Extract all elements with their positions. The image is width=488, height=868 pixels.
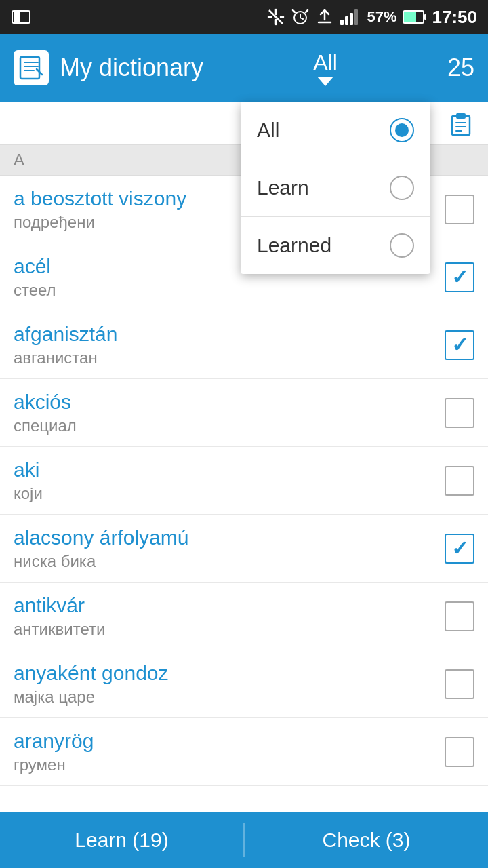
radio-circle: [390, 233, 414, 258]
dropdown-item-all[interactable]: All: [241, 102, 430, 159]
dropdown-item-learn[interactable]: Learn: [241, 159, 430, 217]
dropdown-item-label: Learned: [257, 234, 331, 257]
dropdown-item-label: All: [257, 119, 279, 142]
radio-circle: [390, 118, 414, 142]
dropdown-item-learned[interactable]: Learned: [241, 217, 430, 274]
filter-dropdown: AllLearnLearned: [241, 102, 430, 274]
radio-circle: [390, 176, 414, 200]
dropdown-item-label: Learn: [257, 176, 309, 199]
